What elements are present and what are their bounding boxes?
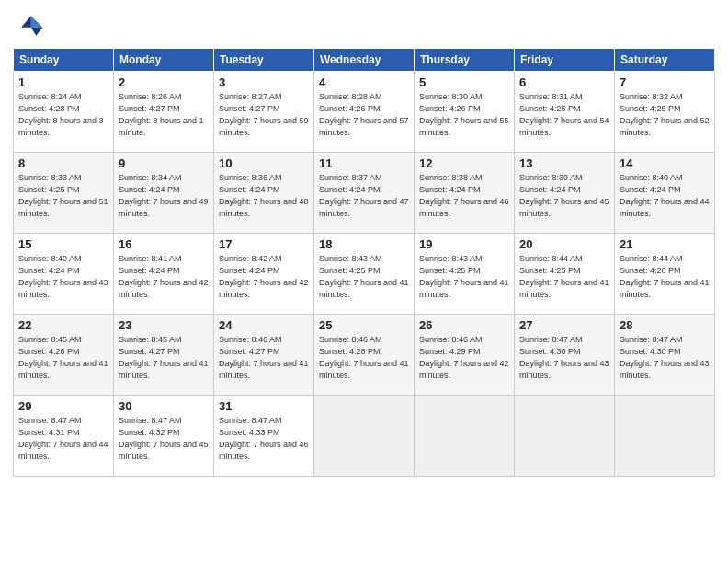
calendar-table: SundayMondayTuesdayWednesdayThursdayFrid…	[13, 48, 715, 477]
day-info: Sunrise: 8:38 AMSunset: 4:24 PMDaylight:…	[419, 172, 509, 220]
calendar-cell: 15Sunrise: 8:40 AMSunset: 4:24 PMDayligh…	[14, 234, 114, 315]
calendar-cell: 13Sunrise: 8:39 AMSunset: 4:24 PMDayligh…	[515, 153, 615, 234]
weekday-header-saturday: Saturday	[615, 49, 715, 72]
day-info: Sunrise: 8:32 AMSunset: 4:25 PMDaylight:…	[620, 91, 710, 139]
day-info: Sunrise: 8:43 AMSunset: 4:25 PMDaylight:…	[419, 253, 509, 301]
day-info: Sunrise: 8:40 AMSunset: 4:24 PMDaylight:…	[18, 253, 108, 301]
page: SundayMondayTuesdayWednesdayThursdayFrid…	[0, 0, 728, 563]
calendar-cell: 16Sunrise: 8:41 AMSunset: 4:24 PMDayligh…	[114, 234, 214, 315]
calendar-cell	[415, 396, 515, 477]
day-number: 18	[319, 237, 409, 251]
weekday-header-row: SundayMondayTuesdayWednesdayThursdayFrid…	[14, 49, 715, 72]
day-number: 29	[18, 399, 108, 413]
day-info: Sunrise: 8:45 AMSunset: 4:27 PMDaylight:…	[119, 334, 209, 382]
week-row-5: 29Sunrise: 8:47 AMSunset: 4:31 PMDayligh…	[14, 396, 715, 477]
weekday-header-sunday: Sunday	[14, 49, 114, 72]
calendar-cell: 17Sunrise: 8:42 AMSunset: 4:24 PMDayligh…	[214, 234, 314, 315]
day-number: 11	[319, 156, 409, 170]
header	[13, 9, 715, 42]
day-number: 24	[219, 318, 309, 332]
day-number: 17	[219, 237, 309, 251]
day-number: 30	[119, 399, 209, 413]
day-number: 27	[519, 318, 609, 332]
day-number: 22	[18, 318, 108, 332]
calendar-cell: 3Sunrise: 8:27 AMSunset: 4:27 PMDaylight…	[214, 72, 314, 153]
calendar-cell: 25Sunrise: 8:46 AMSunset: 4:28 PMDayligh…	[314, 315, 415, 396]
calendar-cell: 12Sunrise: 8:38 AMSunset: 4:24 PMDayligh…	[415, 153, 515, 234]
weekday-header-tuesday: Tuesday	[214, 49, 314, 72]
calendar-cell: 21Sunrise: 8:44 AMSunset: 4:26 PMDayligh…	[615, 234, 715, 315]
calendar-cell: 31Sunrise: 8:47 AMSunset: 4:33 PMDayligh…	[214, 396, 314, 477]
day-number: 23	[119, 318, 209, 332]
calendar-cell	[515, 396, 615, 477]
weekday-header-monday: Monday	[114, 49, 214, 72]
calendar-cell: 24Sunrise: 8:46 AMSunset: 4:27 PMDayligh…	[214, 315, 314, 396]
calendar-cell: 22Sunrise: 8:45 AMSunset: 4:26 PMDayligh…	[14, 315, 114, 396]
calendar-cell: 19Sunrise: 8:43 AMSunset: 4:25 PMDayligh…	[415, 234, 515, 315]
weekday-header-wednesday: Wednesday	[314, 49, 415, 72]
day-number: 25	[319, 318, 409, 332]
calendar-cell: 26Sunrise: 8:46 AMSunset: 4:29 PMDayligh…	[415, 315, 515, 396]
calendar-cell	[314, 396, 415, 477]
calendar-cell: 1Sunrise: 8:24 AMSunset: 4:28 PMDaylight…	[14, 72, 114, 153]
calendar-cell: 5Sunrise: 8:30 AMSunset: 4:26 PMDaylight…	[415, 72, 515, 153]
day-number: 5	[419, 75, 509, 89]
calendar-cell: 29Sunrise: 8:47 AMSunset: 4:31 PMDayligh…	[14, 396, 114, 477]
day-info: Sunrise: 8:47 AMSunset: 4:30 PMDaylight:…	[620, 334, 710, 382]
week-row-1: 1Sunrise: 8:24 AMSunset: 4:28 PMDaylight…	[14, 72, 715, 153]
day-number: 16	[119, 237, 209, 251]
day-info: Sunrise: 8:27 AMSunset: 4:27 PMDaylight:…	[219, 91, 309, 139]
logo-icon	[13, 9, 46, 42]
day-info: Sunrise: 8:30 AMSunset: 4:26 PMDaylight:…	[419, 91, 509, 139]
day-info: Sunrise: 8:46 AMSunset: 4:27 PMDaylight:…	[219, 334, 309, 382]
svg-marker-1	[21, 16, 31, 28]
calendar-cell: 18Sunrise: 8:43 AMSunset: 4:25 PMDayligh…	[314, 234, 415, 315]
day-number: 7	[620, 75, 710, 89]
day-number: 20	[519, 237, 609, 251]
day-info: Sunrise: 8:47 AMSunset: 4:32 PMDaylight:…	[119, 415, 209, 463]
day-info: Sunrise: 8:44 AMSunset: 4:25 PMDaylight:…	[519, 253, 609, 301]
day-info: Sunrise: 8:44 AMSunset: 4:26 PMDaylight:…	[620, 253, 710, 301]
day-info: Sunrise: 8:33 AMSunset: 4:25 PMDaylight:…	[18, 172, 108, 220]
day-info: Sunrise: 8:47 AMSunset: 4:30 PMDaylight:…	[519, 334, 609, 382]
day-number: 26	[419, 318, 509, 332]
day-number: 19	[419, 237, 509, 251]
day-info: Sunrise: 8:47 AMSunset: 4:33 PMDaylight:…	[219, 415, 309, 463]
calendar-cell: 27Sunrise: 8:47 AMSunset: 4:30 PMDayligh…	[515, 315, 615, 396]
weekday-header-thursday: Thursday	[415, 49, 515, 72]
day-info: Sunrise: 8:36 AMSunset: 4:24 PMDaylight:…	[219, 172, 309, 220]
week-row-4: 22Sunrise: 8:45 AMSunset: 4:26 PMDayligh…	[14, 315, 715, 396]
day-info: Sunrise: 8:34 AMSunset: 4:24 PMDaylight:…	[119, 172, 209, 220]
day-info: Sunrise: 8:40 AMSunset: 4:24 PMDaylight:…	[620, 172, 710, 220]
calendar-cell	[615, 396, 715, 477]
day-info: Sunrise: 8:26 AMSunset: 4:27 PMDaylight:…	[119, 91, 209, 139]
week-row-2: 8Sunrise: 8:33 AMSunset: 4:25 PMDaylight…	[14, 153, 715, 234]
svg-marker-2	[31, 28, 43, 36]
day-info: Sunrise: 8:45 AMSunset: 4:26 PMDaylight:…	[18, 334, 108, 382]
day-info: Sunrise: 8:39 AMSunset: 4:24 PMDaylight:…	[519, 172, 609, 220]
calendar-cell: 14Sunrise: 8:40 AMSunset: 4:24 PMDayligh…	[615, 153, 715, 234]
day-info: Sunrise: 8:46 AMSunset: 4:28 PMDaylight:…	[319, 334, 409, 382]
calendar-cell: 4Sunrise: 8:28 AMSunset: 4:26 PMDaylight…	[314, 72, 415, 153]
day-number: 28	[620, 318, 710, 332]
calendar-cell: 2Sunrise: 8:26 AMSunset: 4:27 PMDaylight…	[114, 72, 214, 153]
day-number: 13	[519, 156, 609, 170]
day-number: 12	[419, 156, 509, 170]
calendar-cell: 7Sunrise: 8:32 AMSunset: 4:25 PMDaylight…	[615, 72, 715, 153]
day-info: Sunrise: 8:37 AMSunset: 4:24 PMDaylight:…	[319, 172, 409, 220]
day-number: 10	[219, 156, 309, 170]
day-info: Sunrise: 8:24 AMSunset: 4:28 PMDaylight:…	[18, 91, 108, 139]
day-number: 6	[519, 75, 609, 89]
day-number: 31	[219, 399, 309, 413]
day-number: 4	[319, 75, 409, 89]
day-info: Sunrise: 8:41 AMSunset: 4:24 PMDaylight:…	[119, 253, 209, 301]
calendar-cell: 20Sunrise: 8:44 AMSunset: 4:25 PMDayligh…	[515, 234, 615, 315]
day-info: Sunrise: 8:42 AMSunset: 4:24 PMDaylight:…	[219, 253, 309, 301]
day-number: 21	[620, 237, 710, 251]
logo	[13, 9, 48, 42]
week-row-3: 15Sunrise: 8:40 AMSunset: 4:24 PMDayligh…	[14, 234, 715, 315]
weekday-header-friday: Friday	[515, 49, 615, 72]
calendar-cell: 6Sunrise: 8:31 AMSunset: 4:25 PMDaylight…	[515, 72, 615, 153]
calendar-cell: 8Sunrise: 8:33 AMSunset: 4:25 PMDaylight…	[14, 153, 114, 234]
calendar-cell: 10Sunrise: 8:36 AMSunset: 4:24 PMDayligh…	[214, 153, 314, 234]
